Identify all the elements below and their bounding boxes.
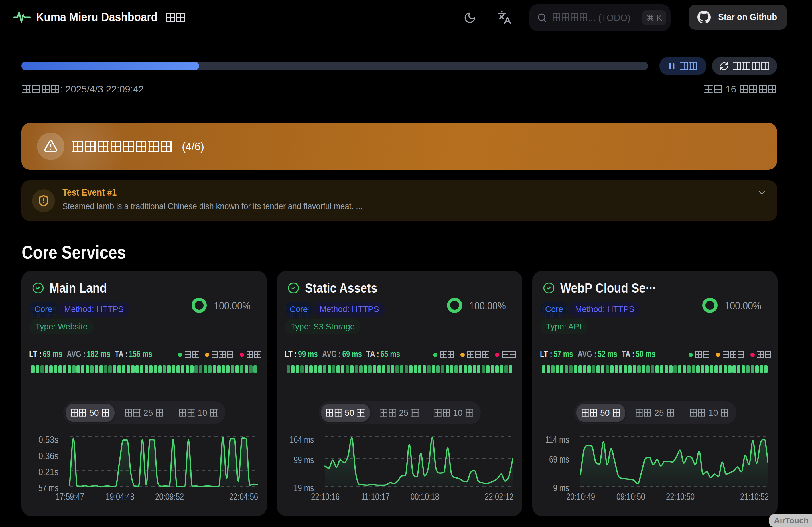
svg-text:22:10:50: 22:10:50 bbox=[666, 491, 695, 502]
svg-text:22:10:16: 22:10:16 bbox=[311, 491, 339, 502]
svg-text:21:10:52: 21:10:52 bbox=[740, 491, 768, 502]
svg-text:69 ms: 69 ms bbox=[549, 454, 569, 465]
svg-text:00:10:18: 00:10:18 bbox=[410, 491, 439, 502]
svg-text:0.36s: 0.36s bbox=[38, 450, 58, 461]
svg-text:09:10:50: 09:10:50 bbox=[617, 491, 645, 502]
svg-text:164 ms: 164 ms bbox=[290, 434, 314, 445]
svg-text:22:04:56: 22:04:56 bbox=[229, 491, 258, 502]
svg-text:22:02:12: 22:02:12 bbox=[485, 491, 513, 502]
svg-text:0.53s: 0.53s bbox=[38, 434, 58, 445]
svg-text:114 ms: 114 ms bbox=[545, 434, 569, 445]
svg-text:17:59:47: 17:59:47 bbox=[56, 491, 84, 502]
svg-text:99 ms: 99 ms bbox=[294, 454, 314, 465]
svg-text:0.21s: 0.21s bbox=[38, 466, 58, 477]
svg-text:19:04:48: 19:04:48 bbox=[106, 491, 134, 502]
svg-text:20:09:52: 20:09:52 bbox=[155, 491, 184, 502]
svg-text:11:10:17: 11:10:17 bbox=[361, 491, 390, 502]
svg-text:20:10:49: 20:10:49 bbox=[566, 491, 595, 502]
